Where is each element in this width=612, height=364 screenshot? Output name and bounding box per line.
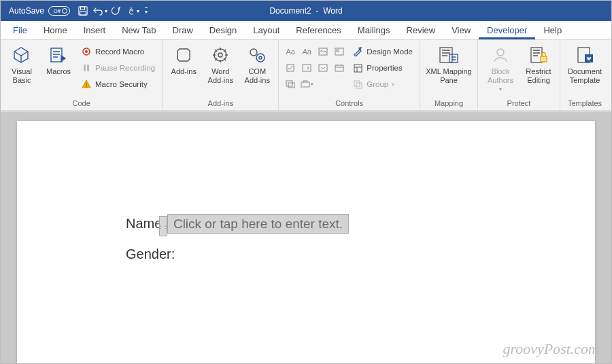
group-code-label: Code (5, 98, 158, 110)
svg-rect-8 (86, 83, 86, 86)
redo-button[interactable] (109, 3, 124, 19)
autosave-switch[interactable]: Off (48, 6, 70, 16)
qat-customize-button[interactable]: ▾ (141, 3, 151, 19)
design-mode-button[interactable]: Design Mode (350, 44, 415, 59)
document-area[interactable]: Name: ⋮⋮ Click or tap here to enter text… (1, 111, 611, 363)
tab-view[interactable]: View (443, 21, 479, 39)
save-button[interactable] (75, 3, 90, 19)
touch-mode-button[interactable]: ▾ (125, 3, 140, 19)
rich-text-control-icon[interactable]: Aa (283, 44, 298, 59)
tab-developer[interactable]: Developer (479, 21, 535, 39)
com-addins-button[interactable]: COM Add-ins (240, 41, 274, 85)
svg-point-14 (259, 56, 262, 59)
svg-rect-24 (301, 82, 309, 87)
title-bar: AutoSave Off ▾ ▾ ▾ Document2 - Word (1, 1, 611, 21)
building-block-control-icon[interactable] (332, 44, 347, 59)
text-content-control[interactable]: ⋮⋮ Click or tap here to enter text. (167, 216, 349, 232)
svg-point-12 (250, 49, 257, 56)
svg-rect-26 (354, 81, 360, 86)
svg-rect-3 (51, 48, 62, 62)
tab-design[interactable]: Design (201, 21, 245, 39)
svg-rect-19 (303, 65, 311, 71)
visual-basic-button[interactable]: Visual Basic (5, 41, 39, 85)
record-macro-icon (81, 46, 92, 57)
svg-rect-27 (356, 83, 362, 88)
tab-draw[interactable]: Draw (165, 21, 201, 39)
svg-rect-1 (81, 7, 85, 10)
svg-rect-6 (84, 65, 86, 71)
group-controls: Aa Aa ▾ Design (279, 40, 420, 110)
svg-rect-22 (286, 81, 292, 86)
group-controls-label: Controls (283, 98, 415, 110)
gender-label: Gender: (126, 247, 175, 262)
tab-file[interactable]: File (5, 21, 35, 39)
window-title: Document2 - Word (269, 6, 342, 16)
group-mapping: XML Mapping Pane Mapping (420, 40, 478, 110)
picture-control-icon[interactable] (316, 44, 330, 59)
document-page[interactable]: Name: ⋮⋮ Click or tap here to enter text… (17, 121, 595, 363)
tab-newtab[interactable]: New Tab (114, 21, 164, 39)
block-authors-icon (490, 44, 511, 66)
toggle-dot-icon (62, 8, 67, 14)
ribbon: Visual Basic Macros Record Macro Pause R… (1, 40, 611, 111)
tab-mailings[interactable]: Mailings (350, 21, 398, 39)
svg-rect-25 (354, 65, 362, 72)
checkbox-control-icon[interactable] (283, 60, 298, 75)
svg-rect-2 (80, 12, 86, 15)
legacy-tools-icon[interactable]: ▾ (299, 77, 314, 92)
word-addins-button[interactable]: Word Add-ins (203, 41, 237, 85)
restrict-editing-button[interactable]: Restrict Editing (522, 41, 556, 85)
tab-layout[interactable]: Layout (245, 21, 288, 39)
tab-insert[interactable]: Insert (75, 21, 114, 39)
tab-references[interactable]: References (288, 21, 349, 39)
warning-icon (81, 79, 92, 90)
com-addins-icon (246, 44, 268, 66)
plain-text-control-icon[interactable]: Aa (299, 44, 314, 59)
addins-icon (173, 44, 194, 66)
visual-basic-icon (11, 44, 33, 66)
pause-recording-button: Pause Recording (78, 60, 158, 75)
xml-mapping-icon (438, 44, 460, 66)
svg-rect-17 (337, 50, 339, 52)
properties-button[interactable]: Properties (350, 60, 415, 75)
group-protect: Block Authors▾ Restrict Editing Protect (478, 40, 560, 110)
pause-icon (81, 62, 92, 73)
quick-access-toolbar: AutoSave Off ▾ ▾ ▾ (1, 3, 151, 19)
gender-line: Gender: (126, 247, 595, 262)
design-mode-icon (352, 46, 363, 57)
content-control-placeholder[interactable]: Click or tap here to enter text. (167, 214, 349, 234)
group-protect-label: Protect (482, 98, 556, 110)
dropdown-control-icon[interactable] (316, 60, 330, 75)
block-authors-button: Block Authors▾ (482, 41, 519, 93)
group-addins: Add-ins Word Add-ins COM Add-ins Add-ins (163, 40, 279, 110)
svg-rect-9 (86, 86, 86, 87)
record-macro-button[interactable]: Record Macro (78, 44, 158, 59)
date-control-icon[interactable] (332, 60, 347, 75)
repeating-control-icon[interactable] (283, 77, 298, 92)
addins-button[interactable]: Add-ins (167, 41, 201, 76)
svg-rect-20 (319, 65, 327, 71)
macro-security-button[interactable]: Macro Security (78, 77, 158, 92)
name-line: Name: ⋮⋮ Click or tap here to enter text… (126, 216, 595, 232)
tab-help[interactable]: Help (535, 21, 570, 39)
svg-rect-29 (449, 54, 458, 62)
svg-point-30 (497, 49, 504, 56)
restrict-editing-icon (528, 44, 549, 66)
tab-review[interactable]: Review (398, 21, 444, 39)
document-template-button[interactable]: Document Template (564, 41, 605, 85)
svg-point-5 (85, 50, 88, 53)
tab-home[interactable]: Home (35, 21, 75, 39)
svg-rect-7 (87, 65, 89, 71)
properties-icon (352, 62, 363, 73)
svg-rect-28 (440, 48, 452, 62)
autosave-toggle[interactable]: AutoSave Off (5, 3, 74, 19)
content-control-handle-icon[interactable]: ⋮⋮ (159, 216, 167, 236)
group-addins-label: Add-ins (167, 98, 274, 110)
undo-button[interactable]: ▾ (92, 3, 107, 19)
macros-button[interactable]: Macros (41, 41, 75, 76)
group-code: Visual Basic Macros Record Macro Pause R… (1, 40, 163, 110)
combo-box-control-icon[interactable] (299, 60, 314, 75)
xml-mapping-button[interactable]: XML Mapping Pane (424, 41, 473, 85)
word-addins-icon (209, 44, 231, 66)
svg-rect-32 (541, 56, 547, 62)
